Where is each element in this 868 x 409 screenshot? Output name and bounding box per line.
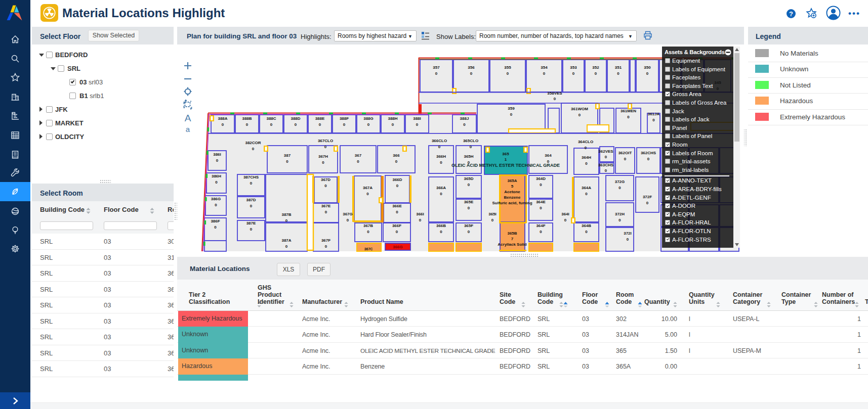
- svg-text:362CHS: 362CHS: [641, 151, 656, 155]
- svg-text:366E: 366E: [392, 204, 402, 208]
- svg-text:0: 0: [627, 115, 630, 119]
- svg-text:0: 0: [540, 183, 542, 187]
- svg-text:367CLO: 367CLO: [318, 139, 333, 143]
- svg-text:367A: 367A: [363, 186, 373, 190]
- svg-text:388D: 388D: [291, 116, 300, 121]
- svg-text:0: 0: [652, 118, 655, 122]
- svg-text:0: 0: [595, 71, 597, 76]
- svg-text:0: 0: [564, 218, 567, 222]
- svg-text:0: 0: [435, 71, 438, 76]
- svg-text:0: 0: [440, 192, 442, 196]
- svg-text:0: 0: [507, 71, 509, 76]
- svg-text:0: 0: [250, 227, 253, 232]
- svg-text:388B: 388B: [242, 116, 252, 121]
- svg-text:0: 0: [585, 161, 588, 166]
- svg-text:0: 0: [396, 210, 398, 214]
- svg-text:0: 0: [214, 225, 217, 230]
- svg-text:387: 387: [284, 153, 291, 158]
- svg-text:0: 0: [367, 230, 369, 234]
- svg-text:364B: 364B: [582, 223, 591, 228]
- svg-text:0: 0: [222, 122, 224, 127]
- svg-text:0: 0: [463, 122, 466, 127]
- svg-text:0: 0: [322, 160, 324, 165]
- svg-text:5: 5: [511, 184, 514, 189]
- svg-text:386I: 386I: [213, 152, 221, 157]
- svg-text:0: 0: [367, 122, 370, 127]
- svg-text:387B: 387B: [281, 212, 291, 217]
- svg-text:0: 0: [618, 218, 621, 222]
- svg-text:0: 0: [540, 230, 542, 234]
- svg-text:387E: 387E: [246, 221, 256, 225]
- svg-text:382COR: 382COR: [245, 141, 261, 145]
- svg-text:358VES: 358VES: [547, 91, 562, 96]
- svg-text:0: 0: [250, 204, 253, 208]
- svg-text:367B: 367B: [363, 223, 373, 228]
- svg-text:364CLO: 364CLO: [578, 140, 593, 144]
- svg-text:0: 0: [324, 145, 327, 149]
- svg-text:366G: 366G: [393, 245, 403, 249]
- svg-text:0: 0: [419, 218, 422, 222]
- svg-text:386G: 386G: [211, 197, 221, 201]
- svg-text:0: 0: [215, 203, 217, 207]
- svg-text:386F: 386F: [211, 219, 220, 223]
- svg-text:0: 0: [510, 112, 513, 117]
- svg-text:0: 0: [285, 244, 288, 249]
- svg-text:364: 364: [545, 153, 552, 158]
- svg-text:0: 0: [585, 192, 588, 196]
- svg-text:0: 0: [646, 201, 649, 205]
- svg-text:367F: 367F: [321, 238, 330, 243]
- svg-text:365B: 365B: [507, 231, 517, 236]
- svg-text:388J: 388J: [460, 116, 469, 121]
- svg-text:366A: 366A: [436, 186, 446, 190]
- svg-text:356: 356: [468, 65, 475, 70]
- svg-text:354: 354: [541, 65, 548, 70]
- svg-text:?: ?: [789, 10, 793, 18]
- svg-text:0: 0: [540, 206, 542, 210]
- svg-text:388H: 388H: [388, 116, 397, 121]
- svg-text:366H: 366H: [436, 154, 446, 159]
- svg-text:359: 359: [508, 106, 515, 111]
- svg-text:366F: 366F: [392, 223, 401, 228]
- svg-text:367: 367: [355, 153, 362, 158]
- svg-text:0: 0: [343, 122, 346, 127]
- svg-text:387D: 387D: [246, 198, 256, 202]
- svg-text:367E: 367E: [321, 204, 331, 208]
- svg-text:364H: 364H: [582, 155, 591, 160]
- svg-text:0: 0: [470, 71, 473, 76]
- svg-text:386H: 386H: [212, 174, 221, 178]
- svg-text:0: 0: [319, 122, 321, 127]
- svg-text:364E: 364E: [536, 200, 546, 204]
- svg-text:0: 0: [547, 159, 550, 164]
- svg-text:0: 0: [440, 160, 442, 165]
- svg-text:0: 0: [347, 218, 349, 222]
- svg-text:0: 0: [468, 183, 470, 187]
- svg-text:365E: 365E: [464, 200, 474, 204]
- svg-text:361JA: 361JA: [648, 112, 660, 116]
- svg-text:365F: 365F: [464, 223, 473, 228]
- svg-text:388C: 388C: [266, 116, 276, 121]
- svg-text:0: 0: [270, 122, 273, 127]
- svg-text:Benzene: Benzene: [504, 195, 521, 200]
- svg-text:0: 0: [246, 122, 249, 127]
- svg-text:0: 0: [215, 180, 218, 185]
- svg-text:0: 0: [468, 230, 470, 234]
- svg-text:0: 0: [250, 181, 253, 186]
- svg-text:0: 0: [366, 192, 369, 196]
- svg-text:372H: 372H: [615, 212, 625, 216]
- svg-text:0: 0: [286, 159, 288, 164]
- svg-text:0: 0: [647, 157, 650, 161]
- svg-text:0: 0: [468, 206, 470, 210]
- svg-text:0: 0: [395, 159, 398, 164]
- svg-text:366I: 366I: [416, 212, 424, 216]
- svg-text:367H: 367H: [318, 154, 328, 159]
- svg-text:0: 0: [438, 145, 441, 149]
- svg-text:388G: 388G: [363, 116, 374, 121]
- svg-text:350: 350: [644, 65, 651, 70]
- svg-text:0: 0: [392, 122, 394, 127]
- svg-text:0: 0: [624, 157, 627, 161]
- svg-text:388A: 388A: [218, 116, 227, 121]
- svg-text:364A: 364A: [582, 186, 591, 190]
- svg-text:0: 0: [605, 168, 607, 173]
- svg-text:0: 0: [295, 122, 297, 127]
- svg-text:7: 7: [511, 237, 514, 241]
